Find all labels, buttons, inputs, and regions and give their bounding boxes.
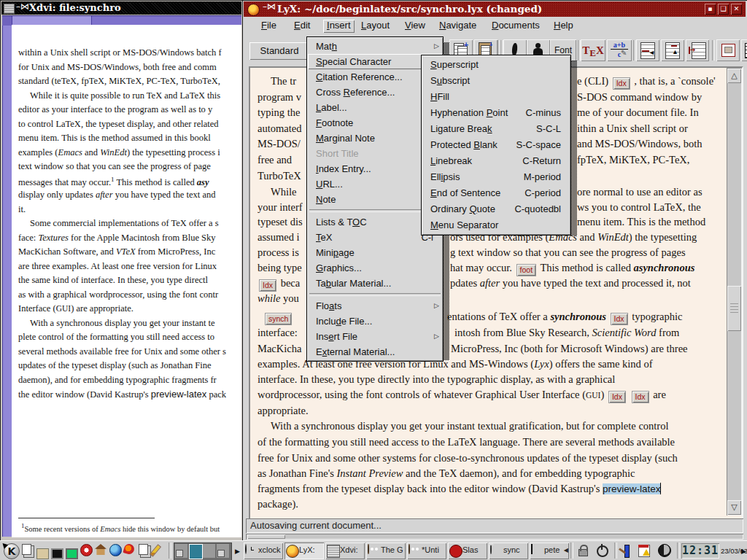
windows-icon[interactable] — [139, 544, 152, 557]
browser-globe-icon[interactable] — [109, 544, 123, 557]
xdvi-text-line: updates of the typeset display (such as … — [18, 360, 212, 371]
menubar-item-file[interactable]: File — [258, 20, 280, 33]
iconify-button[interactable]: ▪ — [705, 4, 716, 15]
submenu-item-ordinary-quote[interactable]: Ordinary QuoteC-quotedbl — [422, 201, 570, 217]
xdvi-text-line: face: Textures for the Apple Macintosh f… — [18, 233, 216, 244]
paragraph-style-combo[interactable]: Standard — [249, 42, 309, 60]
scroll-up-icon[interactable]: △ — [727, 69, 741, 83]
inset-chip[interactable]: synch — [265, 313, 292, 325]
scroll-down-icon[interactable]: ▽ — [727, 500, 741, 515]
document-vertical-scrollbar[interactable]: △ ▽ — [727, 68, 742, 516]
insert-marginnote-icon[interactable]: ▲ — [661, 39, 684, 61]
moon-phase-icon[interactable] — [658, 544, 671, 557]
menu-separator — [309, 293, 441, 296]
submenu-item-ellipsis[interactable]: EllipsisM-period — [422, 169, 570, 185]
xdvi-text-line: within a Unix shell script or MS-DOS/Win… — [18, 47, 222, 58]
lyx-titlebar[interactable]: –⋈ LyX: ~/doc/beginlatex/src/synchro.lyx… — [244, 1, 746, 17]
document-line: fragments from the typeset display back … — [258, 483, 661, 495]
menu-item-include-file[interactable]: Include File... — [308, 314, 442, 329]
menu-item-external-material[interactable]: External Material... — [308, 344, 442, 359]
submenu-item-menu-separator[interactable]: Menu Separator — [422, 217, 570, 233]
panel-arrow-icon[interactable]: ▶ — [235, 548, 240, 555]
taskbar-button-lyx[interactable]: LyX: — [285, 542, 324, 559]
menu-item-tabular-material[interactable]: Tabular Material... — [308, 276, 442, 291]
inset-chip[interactable]: Idx — [611, 313, 628, 325]
home-icon[interactable] — [95, 544, 108, 557]
taskbar-button-sync[interactable]: sync — [489, 542, 528, 559]
tex-mode-button[interactable]: TEX — [581, 39, 605, 61]
lyx-hscroll-thumb[interactable] — [247, 534, 285, 539]
menu-item-graphics[interactable]: Graphics... — [308, 260, 442, 276]
xdvi-text-line: it. — [18, 204, 26, 215]
insert-table-icon[interactable] — [741, 39, 747, 61]
term-task-icon — [531, 544, 533, 554]
pager-desktop-3[interactable] — [203, 544, 215, 558]
inset-chip[interactable]: Idx — [608, 391, 626, 403]
menubar-item-edit[interactable]: Edit — [290, 20, 314, 33]
k-menu-button[interactable]: K — [1, 542, 20, 559]
inset-chip[interactable]: Idx — [613, 77, 630, 90]
taskbar-button-unti[interactable]: *Unti — [407, 542, 446, 559]
xdvi-text-line: Some commercial implementations of TeX o… — [30, 218, 219, 229]
desktop-pager[interactable] — [174, 542, 232, 560]
submenu-item-hfill[interactable]: HFill — [422, 89, 570, 105]
help-icon[interactable] — [80, 544, 93, 557]
xdvi-text-line: MacKichan Software, and VTeX from MicroP… — [18, 246, 215, 257]
desktop-icon[interactable] — [36, 544, 50, 557]
menubar-item-help[interactable]: Help — [550, 20, 577, 33]
submenu-item-protected-blank[interactable]: Protected BlankS-C-space — [422, 137, 570, 153]
taskbar-button-xdvi[interactable]: Xdvi: — [325, 542, 365, 559]
terminal-icon[interactable] — [51, 544, 64, 557]
insert-figure-icon[interactable] — [716, 39, 740, 61]
menu-item-insert-file[interactable]: Insert File▷ — [308, 329, 442, 344]
submenu-item-end-of-sentence[interactable]: End of SentenceC-period — [422, 185, 570, 201]
klipper-icon[interactable] — [619, 544, 632, 557]
scrollbar-thumb[interactable] — [727, 286, 741, 331]
menubar-item-layout[interactable]: Layout — [357, 20, 393, 33]
submenu-item-superscript[interactable]: Superscript — [422, 57, 570, 73]
mail-icon[interactable] — [124, 544, 137, 557]
xdvi-titlebar[interactable]: –⋈ Xdvi: file:synchro — [1, 1, 241, 15]
pager-desktop-1[interactable] — [175, 544, 187, 558]
konsole-icon[interactable] — [66, 544, 79, 557]
digital-clock[interactable]: 12:31 — [681, 543, 719, 559]
inset-chip[interactable]: Idx — [259, 279, 276, 292]
submenu-item-ligature-break[interactable]: Ligature BreakS-C-L — [422, 121, 570, 137]
clock-task-icon — [245, 544, 247, 554]
menu-item-floats[interactable]: Floats▷ — [308, 298, 442, 314]
lock-icon[interactable] — [576, 544, 589, 557]
window-list-icon[interactable] — [22, 544, 35, 557]
submenu-item-subscript[interactable]: Subscript — [422, 73, 570, 89]
menu-item-math[interactable]: Math▷ — [308, 39, 442, 54]
submenu-item-hyphenation-point[interactable]: Hyphenation PointC-minus — [422, 105, 570, 121]
close-button[interactable]: ✕ — [731, 4, 742, 15]
taskbar-button-pete[interactable]: pete◀ — [530, 542, 569, 559]
submenu-item-linebreak[interactable]: LinebreakC-Return — [422, 153, 570, 169]
insert-footnote-icon[interactable]: ◄ — [636, 39, 659, 61]
menubar-item-insert[interactable]: Insert — [323, 20, 355, 33]
calendar-alarm-icon[interactable] — [638, 544, 651, 557]
menubar-item-view[interactable]: View — [401, 20, 429, 33]
lyx-horizontal-scrollbar[interactable] — [246, 534, 743, 540]
change-depth-icon[interactable]: ➜ — [686, 39, 709, 61]
xdvi-text-line: several methods available free for Unix … — [18, 346, 226, 357]
menubar-item-navigate[interactable]: Navigate — [436, 20, 480, 33]
maximize-button[interactable]: ❑ — [718, 4, 729, 15]
xdvi-text-line: menu item. This is the method assumed in… — [18, 133, 211, 144]
lyx-title-text: LyX: ~/doc/beginlatex/src/synchro.lyx (c… — [277, 1, 542, 17]
menu-item-minipage[interactable]: Minipage — [308, 245, 442, 260]
pager-desktop-2[interactable] — [189, 544, 203, 559]
taskbar-button-slas[interactable]: Slas — [448, 542, 487, 559]
taskbar-button-xclock[interactable]: xclock — [244, 542, 283, 559]
panel-end-arrow-icon[interactable]: ▶ — [741, 548, 746, 555]
menubar-item-documents[interactable]: Documents — [488, 20, 543, 33]
pager-desktop-4[interactable] — [217, 544, 229, 558]
document-line: TurboTeX — [258, 170, 301, 182]
inset-chip[interactable]: Idx — [632, 391, 649, 403]
power-logout-icon[interactable] — [595, 544, 608, 557]
math-mode-icon[interactable]: a+b c ✎ — [607, 39, 632, 61]
document-line: automatedithin a Unix shell script or — [258, 122, 301, 135]
editor-pen-icon[interactable] — [153, 544, 166, 557]
inset-chip[interactable]: foot — [516, 264, 537, 276]
taskbar-button-theg[interactable]: The G — [366, 542, 406, 559]
